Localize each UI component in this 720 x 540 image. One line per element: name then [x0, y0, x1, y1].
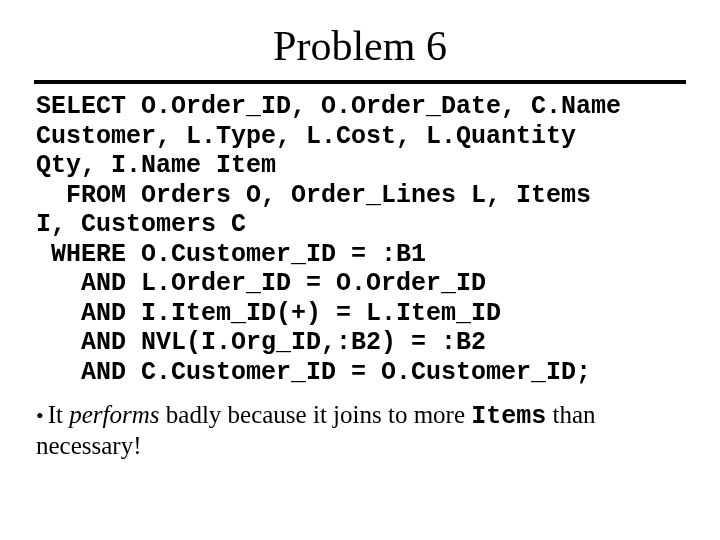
- bullet-seg-2: badly because it joins to more: [160, 401, 472, 428]
- explanation-bullet: •It performs badly because it joins to m…: [36, 401, 686, 461]
- sql-line-3: Qty, I.Name Item: [36, 151, 276, 180]
- title-rule: [34, 80, 686, 84]
- sql-line-7: AND L.Order_ID = O.Order_ID: [36, 269, 486, 298]
- bullet-code: Items: [471, 402, 546, 431]
- sql-line-4: FROM Orders O, Order_Lines L, Items: [36, 181, 591, 210]
- sql-line-10: AND C.Customer_ID = O.Customer_ID;: [36, 358, 591, 387]
- sql-block: SELECT O.Order_ID, O.Order_Date, C.Name …: [36, 92, 686, 387]
- sql-line-8: AND I.Item_ID(+) = L.Item_ID: [36, 299, 501, 328]
- slide-title: Problem 6: [0, 22, 720, 70]
- sql-line-6: WHERE O.Customer_ID = :B1: [36, 240, 426, 269]
- bullet-emphasis: performs: [69, 401, 159, 428]
- sql-line-1: SELECT O.Order_ID, O.Order_Date, C.Name: [36, 92, 621, 121]
- bullet-seg-1: It: [48, 401, 70, 428]
- sql-line-5: I, Customers C: [36, 210, 246, 239]
- bullet-dot-icon: •: [36, 403, 48, 428]
- sql-line-2: Customer, L.Type, L.Cost, L.Quantity: [36, 122, 576, 151]
- slide: Problem 6 SELECT O.Order_ID, O.Order_Dat…: [0, 22, 720, 540]
- sql-line-9: AND NVL(I.Org_ID,:B2) = :B2: [36, 328, 486, 357]
